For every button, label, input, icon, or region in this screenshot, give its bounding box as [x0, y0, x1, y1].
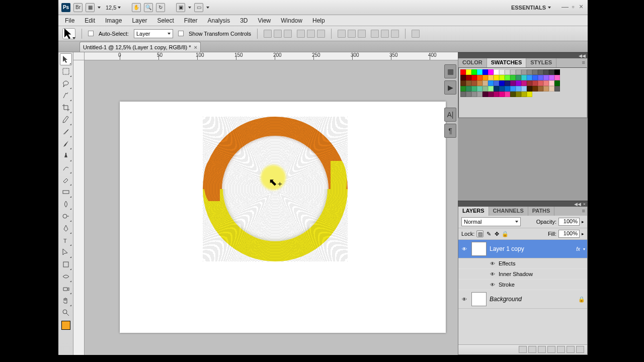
marquee-tool[interactable] — [60, 65, 72, 77]
auto-select-checkbox[interactable] — [88, 31, 94, 36]
swatch-cell[interactable] — [527, 75, 532, 80]
layer-row-layer1copy[interactable]: 👁 ◯ Layer 1 copy fx ▾ — [458, 240, 587, 258]
gradient-tool[interactable] — [60, 186, 72, 198]
panel-collapse-strip[interactable]: ◀◀× — [458, 201, 588, 207]
align-top-icon[interactable] — [264, 30, 272, 38]
swatch-cell[interactable] — [505, 92, 510, 97]
align-bottom-icon[interactable] — [284, 30, 292, 38]
history-brush-tool[interactable] — [60, 162, 72, 174]
swatch-cell[interactable] — [477, 69, 482, 75]
swatch-cell[interactable] — [510, 80, 516, 86]
swatch-cell[interactable] — [460, 75, 466, 80]
link-layers-icon[interactable] — [519, 346, 527, 353]
swatch-cell[interactable] — [521, 92, 527, 97]
menu-image[interactable]: Image — [101, 16, 126, 26]
swatch-cell[interactable] — [494, 92, 499, 97]
ruler-origin[interactable] — [73, 52, 85, 60]
swatch-cell[interactable] — [510, 86, 516, 92]
swatch-cell[interactable] — [521, 75, 527, 80]
tab-color[interactable]: COLOR — [458, 58, 487, 67]
lock-pixels-icon[interactable]: ✎ — [486, 231, 492, 237]
fill-input[interactable]: 100% — [558, 230, 580, 238]
layer-thumbnail[interactable]: ◯ — [471, 242, 487, 256]
eyedropper-tool[interactable] — [60, 114, 72, 126]
lock-transparency-icon[interactable]: ▨ — [476, 230, 484, 237]
swatch-cell[interactable] — [482, 92, 488, 97]
swatch-cell[interactable] — [505, 69, 510, 75]
swatch-cell[interactable] — [510, 92, 516, 97]
tab-layers[interactable]: LAYERS — [458, 207, 489, 216]
swatch-cell[interactable] — [494, 80, 499, 86]
close-icon[interactable]: × — [194, 44, 197, 50]
visibility-toggle[interactable]: 👁 — [460, 245, 468, 253]
new-layer-icon[interactable] — [567, 346, 575, 353]
tab-styles[interactable]: STYLES — [526, 58, 556, 67]
swatch-cell[interactable] — [466, 86, 471, 92]
swatch-cell[interactable] — [471, 80, 477, 86]
swatch-cell[interactable] — [527, 86, 532, 92]
clone-panel-icon[interactable]: ▶ — [444, 80, 456, 95]
swatch-cell[interactable] — [482, 75, 488, 80]
effect-stroke[interactable]: 👁Stroke — [458, 280, 587, 290]
swatch-cell[interactable] — [460, 92, 466, 97]
minimize-button[interactable]: — — [561, 4, 569, 11]
screen-mode-icon[interactable]: ▭ — [194, 3, 203, 12]
swatch-cell[interactable] — [477, 75, 482, 80]
menu-help[interactable]: Help — [308, 16, 330, 26]
swatch-cell[interactable] — [477, 92, 482, 97]
swatch-cell[interactable] — [499, 69, 505, 75]
brushes-panel-icon[interactable]: ▦ — [444, 64, 456, 78]
swatch-cell[interactable] — [488, 75, 494, 80]
effect-inner-shadow[interactable]: 👁Inner Shadow — [458, 269, 587, 280]
swatch-cell[interactable] — [516, 69, 521, 75]
layer-thumbnail[interactable] — [471, 292, 487, 306]
menu-window[interactable]: Window — [276, 16, 307, 26]
shape-tool[interactable] — [60, 258, 72, 270]
swatch-cell[interactable] — [466, 92, 471, 97]
swatch-cell[interactable] — [527, 92, 532, 97]
layer-mask-icon[interactable] — [538, 346, 546, 353]
swatch-cell[interactable] — [466, 69, 471, 75]
menu-select[interactable]: Select — [152, 16, 178, 26]
swatch-cell[interactable] — [510, 69, 516, 75]
swatch-cell[interactable] — [549, 75, 554, 80]
swatch-cell[interactable] — [538, 86, 543, 92]
swatch-cell[interactable] — [543, 75, 549, 80]
hand-tool-icon[interactable]: ✋ — [132, 3, 141, 12]
swatch-cell[interactable] — [532, 69, 538, 75]
swatch-cell[interactable] — [477, 86, 482, 92]
brush-tool[interactable] — [60, 138, 72, 150]
swatch-cell[interactable] — [505, 75, 510, 80]
bridge-icon[interactable]: Br — [73, 3, 83, 12]
layer-name[interactable]: Layer 1 copy — [490, 245, 573, 252]
menu-filter[interactable]: Filter — [180, 16, 202, 26]
swatches-grid[interactable] — [458, 67, 587, 118]
layer-row-background[interactable]: 👁 Background 🔒 — [458, 290, 587, 309]
swatch-cell[interactable] — [460, 80, 466, 86]
align-hcenter-icon[interactable] — [307, 30, 315, 38]
swatch-cell[interactable] — [554, 75, 560, 80]
swatch-cell[interactable] — [494, 86, 499, 92]
tab-swatches[interactable]: SWATCHES — [487, 58, 527, 67]
lasso-tool[interactable] — [60, 77, 72, 89]
quick-select-tool[interactable] — [60, 89, 72, 102]
swatch-cell[interactable] — [482, 86, 488, 92]
healing-brush-tool[interactable] — [60, 126, 72, 138]
panel-menu-icon[interactable]: ≡ — [580, 58, 587, 67]
panel-menu-icon[interactable]: ≡ — [580, 207, 587, 216]
layer-list[interactable]: 👁 ◯ Layer 1 copy fx ▾ 👁Effects 👁Inner Sh… — [458, 240, 587, 344]
swatch-cell[interactable] — [510, 75, 516, 80]
swatch-cell[interactable] — [521, 80, 527, 86]
layer-name[interactable]: Background — [490, 296, 575, 303]
menu-file[interactable]: File — [60, 16, 79, 26]
visibility-toggle[interactable]: 👁 — [489, 281, 497, 289]
menu-view[interactable]: View — [253, 16, 275, 26]
swatch-cell[interactable] — [521, 69, 527, 75]
swatch-cell[interactable] — [532, 75, 538, 80]
swatch-cell[interactable] — [538, 80, 543, 86]
adjustment-layer-icon[interactable] — [547, 346, 555, 353]
swatch-cell[interactable] — [466, 80, 471, 86]
visibility-toggle[interactable]: 👁 — [489, 270, 497, 278]
swatch-cell[interactable] — [471, 92, 477, 97]
swatch-cell[interactable] — [549, 86, 554, 92]
